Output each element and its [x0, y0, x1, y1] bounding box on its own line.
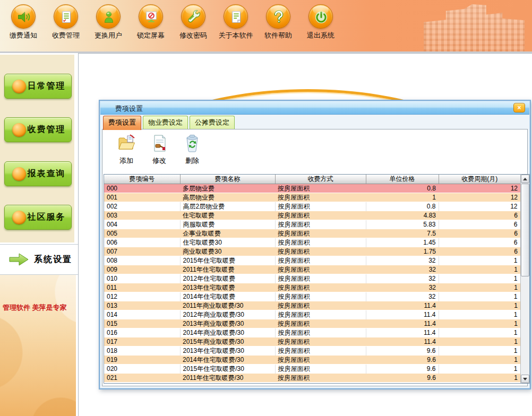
table-cell[interactable]: 多层物业费 — [180, 184, 275, 193]
table-cell[interactable]: 按房屋面积 — [275, 220, 366, 229]
table-cell[interactable]: 11.4 — [366, 319, 439, 328]
table-cell[interactable]: 12 — [439, 193, 520, 202]
table-row[interactable]: 004商服取暖费按房屋面积5.836 — [104, 220, 520, 229]
table-cell[interactable]: 0.8 — [366, 202, 439, 211]
table-row[interactable]: 0102012年住宅取暖费按房屋面积321 — [104, 274, 520, 283]
table-cell[interactable]: 按房屋面积 — [275, 193, 366, 202]
table-cell[interactable]: 0.8 — [366, 184, 439, 193]
toolbar-button-fee-management[interactable]: 收费管理 — [45, 3, 87, 40]
table-cell[interactable]: 32 — [366, 265, 439, 274]
table-row[interactable]: 0162014年商业取暖费/30按房屋面积11.41 — [104, 328, 520, 337]
table-cell[interactable]: 021 — [104, 374, 180, 383]
table-cell[interactable]: 006 — [104, 238, 180, 247]
table-cell[interactable]: 按房屋面积 — [275, 211, 366, 220]
table-row[interactable]: 005企事业取暖费按房屋面积7.56 — [104, 229, 520, 238]
table-cell[interactable]: 4.83 — [366, 211, 439, 220]
table-cell[interactable]: 住宅取暖费30 — [180, 238, 275, 247]
table-cell[interactable]: 1 — [439, 265, 520, 274]
table-cell[interactable]: 1 — [439, 374, 520, 383]
table-row[interactable]: 0082015年住宅取暖费按房屋面积321 — [104, 256, 520, 265]
table-cell[interactable]: 1 — [439, 310, 520, 319]
table-cell[interactable]: 009 — [104, 265, 180, 274]
sidebar-item-daily-management[interactable]: 日常管理 — [4, 74, 72, 99]
dialog-titlebar[interactable]: 费项设置 × — [100, 101, 529, 115]
table-cell[interactable]: 2011年住宅取暖费 — [180, 265, 275, 274]
table-cell[interactable]: 2012年商业取暖费/30 — [180, 310, 275, 319]
toolbar-button-change-password[interactable]: 修改密码 — [172, 3, 214, 40]
table-cell[interactable]: 1.75 — [366, 247, 439, 256]
table-cell[interactable]: 007 — [104, 247, 180, 256]
table-cell[interactable]: 1 — [439, 301, 520, 310]
table-cell[interactable]: 6 — [439, 220, 520, 229]
table-cell[interactable]: 按房屋面积 — [275, 229, 366, 238]
table-cell[interactable]: 2011年住宅取暖费/30 — [180, 374, 275, 383]
table-row[interactable]: 0132011年商业取暖费/30按房屋面积11.41 — [104, 301, 520, 310]
table-cell[interactable]: 001 — [104, 193, 180, 202]
table-row[interactable]: 0112013年住宅取暖费按房屋面积321 — [104, 283, 520, 292]
table-cell[interactable]: 2013年住宅取暖费 — [180, 283, 275, 292]
scrollbar-thumb[interactable] — [521, 184, 529, 276]
table-cell[interactable]: 1 — [439, 365, 520, 374]
delete-button[interactable]: 删除 — [176, 134, 209, 166]
tab-property-fee-settings[interactable]: 物业费设定 — [143, 116, 188, 129]
table-cell[interactable]: 32 — [366, 283, 439, 292]
table-cell[interactable]: 按房屋面积 — [275, 301, 366, 310]
toolbar-button-payment-notice[interactable]: 缴费通知 — [2, 3, 45, 40]
table-cell[interactable]: 2014年住宅取暖费/30 — [180, 356, 275, 365]
table-cell[interactable]: 2013年商业取暖费/30 — [180, 319, 275, 328]
table-cell[interactable]: 1 — [439, 283, 520, 292]
table-row[interactable]: 0182013年住宅取暖费/30按房屋面积9.61 — [104, 346, 520, 356]
table-cell[interactable]: 按房屋面积 — [275, 184, 366, 193]
table-cell[interactable]: 015 — [104, 319, 180, 328]
table-row[interactable]: 0152013年商业取暖费/30按房屋面积11.41 — [104, 319, 520, 328]
table-cell[interactable]: 按房屋面积 — [275, 337, 366, 346]
table-cell[interactable]: 1 — [439, 356, 520, 365]
toolbar-button-lock-screen[interactable]: 锁定屏幕 — [130, 3, 172, 40]
table-cell[interactable]: 2015年商业取暖费/30 — [180, 337, 275, 346]
table-cell[interactable]: 2015年住宅取暖费 — [180, 256, 275, 265]
table-cell[interactable]: 住宅取暖费 — [180, 211, 275, 220]
toolbar-button-switch-user[interactable]: 更换用户 — [87, 3, 130, 40]
table-cell[interactable]: 11.4 — [366, 337, 439, 346]
table-cell[interactable]: 按房屋面积 — [275, 365, 366, 374]
table-cell[interactable]: 按房屋面积 — [275, 256, 366, 265]
table-cell[interactable]: 9.6 — [366, 346, 439, 356]
table-cell[interactable]: 002 — [104, 202, 180, 211]
table-cell[interactable]: 按房屋面积 — [275, 346, 366, 356]
table-cell[interactable]: 005 — [104, 229, 180, 238]
table-cell[interactable]: 高层2层物业费 — [180, 202, 275, 211]
table-cell[interactable]: 32 — [366, 274, 439, 283]
table-cell[interactable]: 1 — [439, 337, 520, 346]
table-cell[interactable]: 019 — [104, 356, 180, 365]
table-cell[interactable]: 1 — [439, 292, 520, 301]
table-cell[interactable]: 2014年住宅取暖费 — [180, 292, 275, 301]
table-row[interactable]: 002高层2层物业费按房屋面积0.812 — [104, 202, 520, 211]
sidebar-item-report-query[interactable]: 报表查询 — [4, 161, 72, 186]
table-cell[interactable]: 12 — [439, 184, 520, 193]
table-cell[interactable]: 1.45 — [366, 238, 439, 247]
toolbar-button-help[interactable]: 软件帮助 — [257, 3, 299, 40]
scroll-down-icon[interactable] — [521, 375, 529, 383]
vertical-scrollbar[interactable] — [520, 175, 529, 383]
table-cell[interactable]: 按房屋面积 — [275, 238, 366, 247]
table-cell[interactable]: 按房屋面积 — [275, 202, 366, 211]
table-cell[interactable]: 11.4 — [366, 301, 439, 310]
add-button[interactable]: 添加 — [110, 134, 143, 166]
table-cell[interactable]: 按房屋面积 — [275, 310, 366, 319]
table-cell[interactable]: 按房屋面积 — [275, 292, 366, 301]
table-cell[interactable]: 企事业取暖费 — [180, 229, 275, 238]
table-cell[interactable]: 6 — [439, 238, 520, 247]
table-cell[interactable]: 按房屋面积 — [275, 247, 366, 256]
table-cell[interactable]: 2012年住宅取暖费 — [180, 274, 275, 283]
sidebar-item-community-service[interactable]: 社区服务 — [4, 205, 72, 230]
table-cell[interactable]: 11.4 — [366, 328, 439, 337]
table-cell[interactable]: 按房屋面积 — [275, 265, 366, 274]
table-row[interactable]: 007商业取暖费30按房屋面积1.756 — [104, 247, 520, 256]
table-cell[interactable]: 按房屋面积 — [275, 319, 366, 328]
table-cell[interactable]: 013 — [104, 301, 180, 310]
table-cell[interactable]: 按房屋面积 — [275, 283, 366, 292]
table-cell[interactable]: 003 — [104, 211, 180, 220]
table-cell[interactable]: 按房屋面积 — [275, 356, 366, 365]
table-cell[interactable]: 011 — [104, 283, 180, 292]
table-row[interactable]: 001高层物业费按房屋面积112 — [104, 193, 520, 202]
